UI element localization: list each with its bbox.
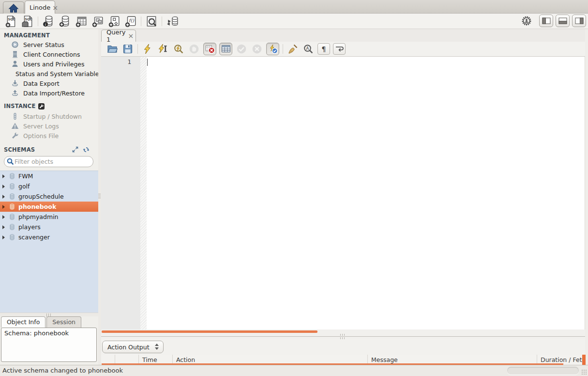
schema-icon [9,203,15,210]
tab-object-info[interactable]: Object Info [1,316,45,328]
execute-current-statement-icon[interactable] [157,43,169,55]
open-file-icon[interactable] [106,43,119,55]
toggle-output-area-button[interactable] [556,15,570,27]
expander-icon[interactable] [2,174,5,178]
sidebar-item-label: Data Export [23,80,60,87]
schema-row-fwm[interactable]: FWM [0,171,98,181]
open-sql-script-icon[interactable]: SQL [21,15,34,28]
schema-row-scavenger[interactable]: scavenger [0,232,98,242]
expander-icon[interactable] [2,215,5,219]
svg-text:SQL: SQL [25,17,32,21]
schema-icon [9,234,15,241]
output-selector-label: Action Output [107,344,150,351]
sidebar-item-client-connections[interactable]: Client Connections [0,49,98,59]
sidebar-item-startup-shutdown[interactable]: Startup / Shutdown [0,111,98,121]
close-icon[interactable]: × [128,32,134,39]
schema-row-groupschedule[interactable]: groupSchedule [0,191,98,202]
search-icon [6,157,15,166]
expander-icon[interactable] [2,195,5,199]
find-in-script-icon[interactable]: A [302,43,315,55]
schema-name: FWM [18,172,33,180]
sql-editor[interactable]: 1 [101,57,585,329]
editor-area: Query 1 × [101,29,585,365]
filter-objects-input[interactable] [15,158,87,165]
schema-row-phpmyadmin[interactable]: phpmyadmin [0,212,98,222]
instance-title: INSTANCE [4,103,36,110]
show-invisibles-button[interactable]: ¶ [317,43,330,55]
editor-hscrollbar[interactable] [101,329,585,334]
expand-schemas-icon[interactable] [72,146,78,153]
create-table-icon[interactable] [75,15,88,28]
sidebar-item-label: Options File [23,132,59,140]
schema-row-golf[interactable]: golf [0,181,98,191]
schema-icon [9,223,15,231]
wrench-badge-icon [38,103,45,110]
schema-name: phpmyadmin [18,213,59,220]
reconnect-database-icon[interactable] [166,15,179,28]
output-view-selector[interactable]: Action Output [102,341,164,353]
sidebar-item-system-variables[interactable]: Status and System Variables [0,69,98,78]
create-view-icon[interactable] [91,15,105,28]
create-schema-icon[interactable] [58,15,72,28]
schema-icon [9,183,15,190]
toggle-word-wrap-button[interactable] [333,43,346,55]
schema-icon [9,172,15,180]
search-objects-icon[interactable] [145,15,158,28]
schemas-title: SCHEMAS [4,146,35,153]
hscrollbar-thumb[interactable] [102,330,317,333]
sidebar-item-data-export[interactable]: Data Export [0,78,98,88]
explain-statement-icon[interactable] [172,43,185,55]
sidebar-item-options-file[interactable]: Options File [0,131,98,141]
schema-row-phonebook[interactable]: phonebook [0,202,98,212]
sidebar-item-data-import[interactable]: Data Import/Restore [0,88,98,98]
expander-icon[interactable] [2,205,5,209]
new-query-tab-icon[interactable]: SQL [4,15,18,28]
toggle-autocommit-button[interactable] [266,43,279,55]
execute-script-icon[interactable] [141,43,154,55]
output-vscrollbar-thumb[interactable] [582,355,586,365]
create-procedure-icon[interactable] [107,15,121,28]
sidebar-item-server-status[interactable]: Server Status [0,40,98,49]
stop-query-icon[interactable] [188,43,200,55]
connection-tab-linode[interactable]: Linode × [25,0,55,14]
query-tab-1[interactable]: Query 1 × [101,30,136,42]
info-panel-tabs: Object Info Session [1,316,82,328]
splitter-grip [340,334,346,336]
expander-icon[interactable] [2,185,5,188]
home-tab[interactable] [3,1,24,14]
close-icon[interactable]: × [52,4,58,11]
rollback-icon[interactable] [251,43,263,55]
toolbar-separator [162,16,162,26]
toggle-stop-on-error-button[interactable] [203,43,216,55]
resize-grip-icon[interactable] [581,369,587,375]
beautify-script-icon[interactable] [286,43,299,55]
toggle-left-sidebar-button[interactable] [539,15,553,27]
schema-name: phonebook [18,203,56,210]
line-number-gutter: 1 [101,57,140,329]
tab-session[interactable]: Session [46,316,81,328]
editor-output-splitter[interactable] [101,334,585,339]
expander-icon[interactable] [2,235,5,239]
schema-inspector-icon[interactable]: i [42,15,55,28]
sidebar-item-label: Users and Privileges [23,61,85,68]
create-function-icon[interactable]: f() [124,15,137,28]
schema-row-players[interactable]: players [0,222,98,232]
query-tabbar: Query 1 × [101,29,585,42]
svg-text:A: A [306,46,309,51]
toolbar-separator [141,16,141,26]
commit-icon[interactable] [235,43,248,55]
schema-name: groupSchedule [18,193,64,200]
sidebar-splitter[interactable] [0,313,98,316]
enterprise-gear-icon[interactable] [520,15,533,27]
sidebar-item-server-logs[interactable]: Server Logs [0,121,98,131]
users-icon [11,60,19,68]
pilcrow-icon: ¶ [322,45,326,53]
save-script-icon[interactable] [121,43,134,55]
refresh-schemas-icon[interactable] [83,146,90,153]
sidebar-item-users-privileges[interactable]: Users and Privileges [0,59,98,69]
expander-icon[interactable] [2,225,5,229]
toggle-right-sidebar-button[interactable] [572,15,586,27]
query-tab-label: Query 1 [106,29,126,43]
limit-rows-button[interactable] [219,43,232,55]
schema-icon [9,213,15,220]
